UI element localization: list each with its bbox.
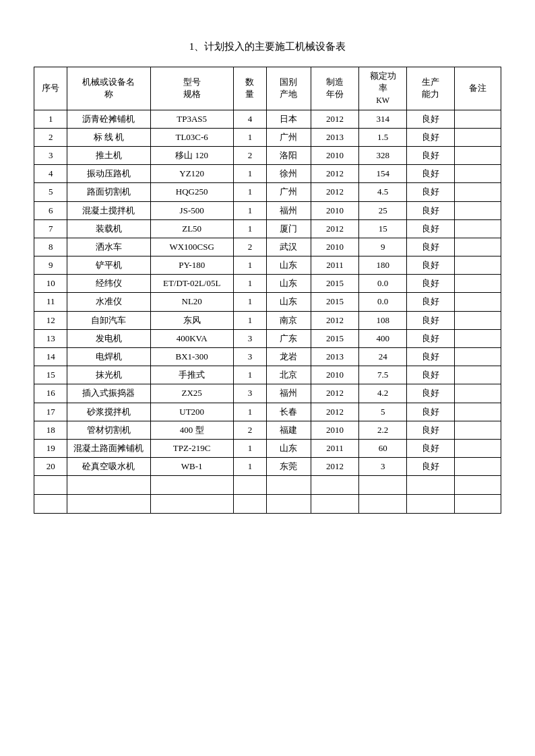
cell-empty: [34, 495, 67, 514]
cell-model: WX100CSG: [150, 238, 233, 256]
cell-model: JS-500: [150, 201, 233, 219]
cell-country: 福州: [267, 201, 311, 219]
cell-year: 2010: [311, 421, 358, 439]
cell-year: 2013: [311, 128, 358, 146]
header-name: 机械或设备名称: [67, 67, 150, 110]
cell-country: 南京: [267, 311, 311, 329]
cell-qty: 1: [233, 128, 266, 146]
cell-note: [455, 238, 501, 256]
page-title: 1、计划投入的主要施工机械设备表: [34, 40, 501, 53]
cell-country: 广州: [267, 128, 311, 146]
cell-note: [455, 439, 501, 457]
cell-power: 328: [359, 146, 407, 164]
cell-power: 4.2: [359, 384, 407, 403]
cell-qty: 1: [233, 256, 266, 275]
cell-year: 2012: [311, 384, 358, 403]
cell-seq: 16: [34, 384, 67, 403]
cell-empty: [407, 476, 455, 495]
cell-seq: 15: [34, 366, 67, 384]
cell-seq: 17: [34, 403, 67, 421]
table-row: 9铲平机PY-1801山东2011180良好: [34, 256, 501, 275]
header-country: 国别产地: [267, 67, 311, 110]
table-row: 6混凝土搅拌机JS-5001福州201025良好: [34, 201, 501, 219]
cell-power: 314: [359, 110, 407, 128]
cell-country: 广州: [267, 183, 311, 201]
cell-name: 路面切割机: [67, 183, 150, 201]
cell-qty: 1: [233, 311, 266, 329]
cell-qty: 2: [233, 421, 266, 439]
table-row: 3推土机移山 1202洛阳2010328良好: [34, 146, 501, 164]
cell-seq: 14: [34, 348, 67, 366]
cell-prod: 良好: [407, 219, 455, 238]
cell-name: 洒水车: [67, 238, 150, 256]
cell-country: 洛阳: [267, 146, 311, 164]
cell-prod: 良好: [407, 201, 455, 219]
cell-country: 日本: [267, 110, 311, 128]
header-year: 制造年份: [311, 67, 358, 110]
cell-year: 2012: [311, 458, 358, 476]
cell-year: 2012: [311, 110, 358, 128]
cell-model: UT200: [150, 403, 233, 421]
cell-note: [455, 384, 501, 403]
cell-country: 山东: [267, 439, 311, 457]
table-row: 17砂浆搅拌机UT2001长春20125良好: [34, 403, 501, 421]
cell-name: 经纬仪: [67, 275, 150, 293]
table-row: 12自卸汽车东风1南京2012108良好: [34, 311, 501, 329]
cell-year: 2010: [311, 201, 358, 219]
cell-country: 山东: [267, 275, 311, 293]
cell-note: [455, 183, 501, 201]
cell-country: 东莞: [267, 458, 311, 476]
cell-seq: 20: [34, 458, 67, 476]
cell-empty: [34, 476, 67, 495]
cell-power: 400: [359, 329, 407, 347]
cell-seq: 8: [34, 238, 67, 256]
cell-model: 手推式: [150, 366, 233, 384]
cell-qty: 2: [233, 146, 266, 164]
table-row: 15抹光机手推式1北京20107.5良好: [34, 366, 501, 384]
cell-model: TP3AS5: [150, 110, 233, 128]
table-row: 8洒水车WX100CSG2武汉20109良好: [34, 238, 501, 256]
cell-empty: [359, 476, 407, 495]
cell-year: 2011: [311, 256, 358, 275]
cell-power: 154: [359, 165, 407, 183]
cell-power: 3: [359, 458, 407, 476]
cell-power: 0.0: [359, 293, 407, 311]
cell-power: 25: [359, 201, 407, 219]
cell-year: 2015: [311, 329, 358, 347]
cell-model: 400KVA: [150, 329, 233, 347]
cell-note: [455, 366, 501, 384]
cell-country: 广东: [267, 329, 311, 347]
cell-prod: 良好: [407, 458, 455, 476]
table-row: 16插入式振捣器ZX253福州20124.2良好: [34, 384, 501, 403]
cell-country: 山东: [267, 293, 311, 311]
cell-year: 2012: [311, 403, 358, 421]
cell-prod: 良好: [407, 110, 455, 128]
cell-power: 2.2: [359, 421, 407, 439]
cell-model: TL03C-6: [150, 128, 233, 146]
cell-empty: [267, 495, 311, 514]
cell-year: 2012: [311, 219, 358, 238]
table-row: 5路面切割机HQG2501广州20124.5良好: [34, 183, 501, 201]
cell-empty: [150, 495, 233, 514]
cell-seq: 1: [34, 110, 67, 128]
cell-model: ZL50: [150, 219, 233, 238]
cell-note: [455, 165, 501, 183]
cell-note: [455, 293, 501, 311]
cell-year: 2010: [311, 146, 358, 164]
cell-qty: 3: [233, 348, 266, 366]
cell-power: 15: [359, 219, 407, 238]
cell-model: ZX25: [150, 384, 233, 403]
cell-power: 108: [359, 311, 407, 329]
cell-empty: [407, 495, 455, 514]
header-power: 额定功率KW: [359, 67, 407, 110]
equipment-table: 序号 机械或设备名称 型号规格 数量 国别产地 制造年份 额定功率KW 生产能力…: [34, 67, 501, 514]
cell-empty: [267, 476, 311, 495]
cell-prod: 良好: [407, 439, 455, 457]
cell-country: 山东: [267, 256, 311, 275]
cell-model: BX1-300: [150, 348, 233, 366]
cell-year: 2012: [311, 165, 358, 183]
cell-prod: 良好: [407, 256, 455, 275]
cell-name: 发电机: [67, 329, 150, 347]
cell-prod: 良好: [407, 128, 455, 146]
cell-name: 砂浆搅拌机: [67, 403, 150, 421]
